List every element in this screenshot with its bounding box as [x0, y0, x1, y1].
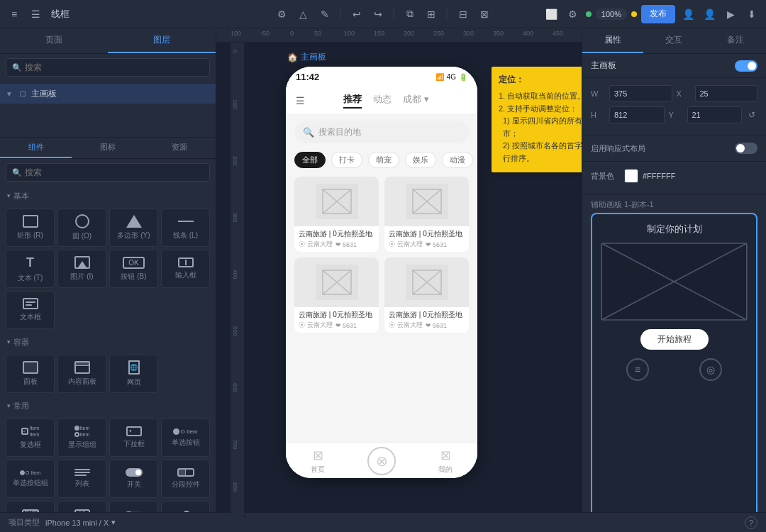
comp-tab-icon[interactable]: 图标: [72, 138, 143, 158]
filter-entertain[interactable]: 娱乐: [405, 152, 436, 168]
comp-segment[interactable]: 分段控件: [161, 460, 210, 498]
filter-daka[interactable]: 打卡: [331, 152, 362, 168]
comp-radio-btn[interactable]: O Item 单选按钮: [161, 419, 210, 457]
tab-layer[interactable]: 图层: [108, 28, 216, 53]
comp-search-input[interactable]: [25, 167, 204, 177]
paste-icon[interactable]: ⊞: [423, 6, 440, 23]
comp-list[interactable]: 列表: [57, 460, 106, 498]
tabbar-mine-label: 我的: [438, 465, 453, 475]
nav-tab-recommend[interactable]: 推荐: [343, 93, 362, 109]
tool-icon-1[interactable]: ⚙: [274, 6, 291, 23]
copy-icon[interactable]: ⧉: [401, 6, 418, 23]
phone-frame[interactable]: 11:42 📶 4G 🔋 ☰ 推荐 动态 成都 ▾: [286, 67, 477, 478]
section-common[interactable]: ▾ 常用: [0, 396, 216, 416]
comp-rect[interactable]: 矩形 (R): [6, 209, 55, 247]
color-swatch[interactable]: [624, 169, 638, 183]
comp-content-panel[interactable]: 内容面板: [57, 355, 106, 393]
comp-search[interactable]: 🔍: [6, 163, 210, 182]
comp-tab-component[interactable]: 组件: [0, 138, 72, 158]
responsive-toggle[interactable]: [735, 143, 757, 154]
aux-start-btn[interactable]: 开始旅程: [640, 329, 709, 350]
comp-radio-group[interactable]: Item Item 显示组组: [57, 419, 106, 457]
tab-page[interactable]: 页面: [0, 28, 108, 53]
layer-item-main[interactable]: ▼ □ 主画板: [0, 84, 216, 104]
ruler-label: 50: [314, 30, 321, 37]
hamburger-icon[interactable]: ☰: [296, 95, 305, 106]
h-input[interactable]: 812: [609, 106, 665, 123]
card-2[interactable]: 云南旅游 | 0元拍照圣地 ☉ 云南大理 ❤ 5631: [384, 177, 469, 252]
tool-icon-2[interactable]: △: [295, 6, 312, 23]
w-input[interactable]: 375: [609, 85, 672, 102]
aux-target-icon[interactable]: ◎: [699, 358, 722, 381]
user-icon[interactable]: 👤: [679, 6, 696, 23]
board-name-row: 主画板: [582, 54, 766, 78]
card-3[interactable]: 云南旅游 | 0元拍照圣地 ☉ 云南大理 ❤ 5631: [294, 257, 379, 333]
board-toggle[interactable]: [735, 60, 757, 72]
comp-circle[interactable]: 圆 (O): [57, 209, 106, 247]
home-icon: 🏠: [287, 52, 298, 62]
undo-icon[interactable]: ↩: [348, 6, 365, 23]
section-container[interactable]: ▾ 容器: [0, 332, 216, 352]
user-icon-2[interactable]: 👤: [701, 6, 718, 23]
filter-all[interactable]: 全部: [294, 152, 326, 168]
nav-tab-dynamic[interactable]: 动态: [373, 93, 392, 109]
canvas-content[interactable]: 0 100 200 300 400 500 600 700 800 🏠 主画板: [231, 43, 582, 518]
comp-textarea[interactable]: 文本框: [6, 291, 55, 329]
redo-icon[interactable]: ↪: [370, 6, 387, 23]
publish-button[interactable]: 发布: [641, 5, 675, 23]
zoom-level[interactable]: 100%: [596, 9, 627, 20]
tabbar-mine[interactable]: ⊠ 我的: [413, 448, 477, 475]
comp-switch[interactable]: 开关: [109, 460, 158, 498]
filter-anime[interactable]: 动漫: [442, 152, 473, 168]
comp-panel-item[interactable]: 面板: [6, 355, 55, 393]
settings-icon[interactable]: ⚙: [565, 6, 582, 23]
bgcolor-picker[interactable]: #FFFFFF: [624, 169, 675, 183]
right-tab-note[interactable]: 备注: [705, 28, 766, 53]
x-label: X: [677, 89, 691, 98]
tool-icon-3[interactable]: ✎: [316, 6, 333, 23]
layer-search[interactable]: 🔍: [6, 58, 210, 77]
align-icon-2[interactable]: ⊠: [476, 6, 493, 23]
dropdown-icon: ▾: [126, 426, 142, 436]
sidebar-toggle-icon[interactable]: ☰: [27, 6, 44, 23]
tabbar-home[interactable]: ⊠ 首页: [286, 448, 350, 475]
nav-tab-location[interactable]: 成都 ▾: [403, 93, 429, 109]
aux-canvas[interactable]: 制定你的计划 开始旅程 ≡ ◎: [591, 213, 757, 532]
align-icon-1[interactable]: ⊟: [455, 6, 472, 23]
comp-checkbox[interactable]: ✓ Item Item 复选框: [6, 419, 55, 457]
comp-text[interactable]: T 文本 (T): [6, 250, 55, 288]
comp-tabs: 组件 图标 资源: [0, 138, 216, 159]
tabbar-center[interactable]: ⊗: [350, 447, 413, 475]
right-tab-interact[interactable]: 交互: [643, 28, 704, 53]
card-4-count: ❤ 5631: [426, 322, 448, 329]
comp-input[interactable]: 输入框: [161, 250, 210, 288]
chevron-down-icon: ▾: [111, 518, 116, 527]
aux-doc-icon[interactable]: ≡: [626, 358, 649, 381]
comp-webpage[interactable]: 🌐 网页: [109, 355, 158, 393]
filter-pet[interactable]: 萌宠: [368, 152, 399, 168]
layer-search-input[interactable]: [25, 62, 204, 72]
card-1[interactable]: 云南旅游 | 0元拍照圣地 ☉ 云南大理 ❤ 5631: [294, 177, 379, 252]
menu-icon[interactable]: ≡: [6, 6, 23, 23]
device-select[interactable]: iPhone 13 mini / X ▾: [45, 518, 116, 527]
section-basic[interactable]: ▾ 基本: [0, 186, 216, 206]
right-tab-props[interactable]: 属性: [582, 28, 643, 53]
ruler-horizontal: 100 -50 0 50 100 150 200 250 300 350 400…: [216, 28, 582, 43]
comp-button[interactable]: OK 按钮 (B): [109, 250, 158, 288]
phone-search[interactable]: 🔍 搜索目的地: [294, 121, 469, 143]
comp-dropdown[interactable]: ▾ 下拉框: [109, 419, 158, 457]
comp-radio-btn-group[interactable]: O Item 单选按钮组: [6, 460, 55, 498]
screen-icon[interactable]: ⬜: [543, 6, 560, 23]
x-input[interactable]: 25: [695, 85, 758, 102]
help-icon[interactable]: ?: [745, 516, 757, 529]
rotate-icon[interactable]: ↺: [746, 109, 757, 121]
card-4[interactable]: 云南旅游 | 0元拍照圣地 ☉ 云南大理 ❤ 5631: [384, 257, 469, 333]
help-btn[interactable]: ?: [745, 516, 757, 529]
y-input[interactable]: 21: [687, 106, 743, 123]
download-icon[interactable]: ⬇: [743, 6, 760, 23]
comp-tab-asset[interactable]: 资源: [144, 138, 216, 158]
play-icon[interactable]: ▶: [722, 6, 739, 23]
comp-image[interactable]: 图片 (I): [57, 250, 106, 288]
comp-polygon[interactable]: 多边形 (Y): [109, 209, 158, 247]
comp-line[interactable]: 线条 (L): [161, 209, 210, 247]
